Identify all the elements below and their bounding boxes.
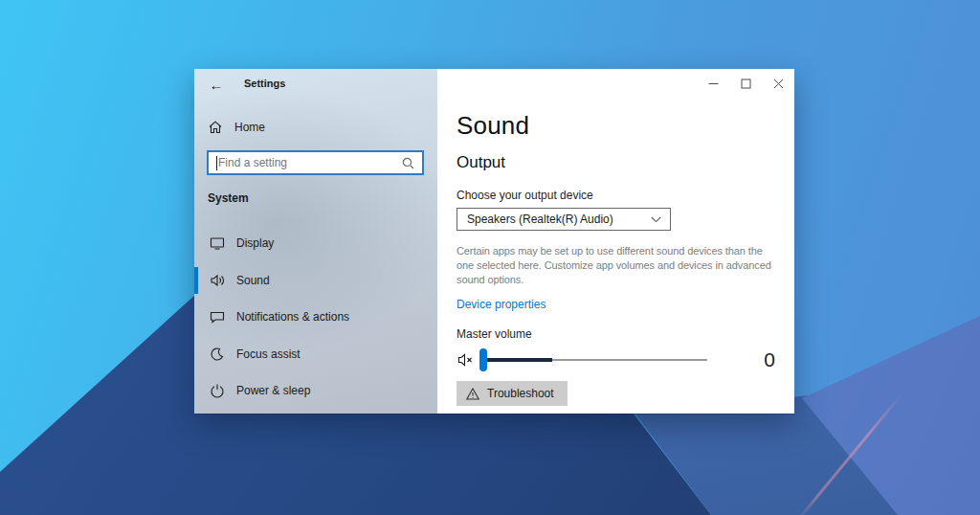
sidebar-item-home-label: Home (234, 121, 265, 134)
sidebar-item-sound[interactable]: Sound (194, 262, 437, 300)
search-box (207, 150, 424, 175)
maximize-button[interactable] (729, 69, 762, 98)
system-section-label: System (208, 191, 249, 205)
master-volume-slider[interactable] (483, 348, 707, 371)
window-controls (697, 69, 794, 98)
slider-thumb[interactable] (479, 348, 487, 371)
sidebar-item-power-sleep[interactable]: Power & sleep (194, 372, 437, 410)
back-arrow-icon: ← (210, 77, 224, 93)
display-icon (210, 235, 225, 251)
sound-icon (210, 273, 225, 288)
selected-indicator (194, 267, 198, 295)
sidebar-item-label: Power & sleep (236, 384, 310, 397)
output-description-line: sound options. (457, 273, 791, 287)
sidebar-item-display[interactable]: Display (194, 225, 437, 262)
power-icon (210, 383, 225, 398)
master-volume-value: 0 (764, 348, 775, 371)
troubleshoot-button[interactable]: Troubleshoot (457, 381, 568, 406)
back-button[interactable]: ← (202, 73, 231, 96)
volume-mute-icon[interactable] (457, 352, 475, 368)
master-volume-label: Master volume (457, 327, 532, 341)
sidebar-item-label: Focus assist (236, 347, 301, 361)
output-description-line: Certain apps may be set up to use differ… (457, 244, 791, 258)
search-icon (402, 157, 414, 169)
window-title: Settings (244, 78, 285, 89)
sidebar-item-label: Notifications & actions (236, 310, 349, 324)
sidebar-item-notifications[interactable]: Notifications & actions (194, 299, 437, 336)
text-caret (216, 156, 217, 170)
master-volume-row: 0 (457, 345, 775, 375)
sidebar-item-label: Display (236, 236, 274, 250)
output-description-line: one selected here. Customize app volumes… (457, 258, 791, 273)
sidebar-item-home[interactable]: Home (194, 113, 437, 142)
sidebar-item-focus-assist[interactable]: Focus assist (194, 336, 437, 373)
close-icon (773, 78, 784, 89)
troubleshoot-label: Troubleshoot (487, 387, 554, 400)
section-title-output: Output (457, 153, 505, 172)
desktop: ← Settings Home Sy (0, 0, 980, 515)
output-description: Certain apps may be set up to use differ… (457, 244, 791, 287)
sidebar: ← Settings Home Sy (194, 69, 437, 414)
page-title: Sound (457, 111, 529, 141)
chevron-down-icon (651, 216, 661, 223)
home-icon (208, 120, 223, 135)
minimize-icon (708, 78, 719, 89)
sidebar-nav: Display Sound (194, 225, 437, 410)
output-device-label: Choose your output device (457, 189, 593, 202)
device-properties-link[interactable]: Device properties (457, 298, 546, 311)
settings-window: ← Settings Home Sy (194, 69, 794, 414)
minimize-button[interactable] (697, 69, 729, 98)
search-input[interactable] (209, 152, 402, 173)
close-button[interactable] (762, 69, 794, 98)
slider-fill (485, 358, 552, 362)
sidebar-item-label: Sound (236, 274, 270, 287)
output-device-dropdown[interactable]: Speakers (Realtek(R) Audio) (457, 208, 671, 231)
output-device-value: Speakers (Realtek(R) Audio) (457, 213, 651, 226)
maximize-icon (741, 78, 751, 89)
notifications-icon (210, 309, 225, 325)
focus-assist-icon (210, 347, 225, 362)
main-panel: Sound Output Choose your output device S… (437, 69, 794, 414)
warning-icon (466, 388, 479, 400)
